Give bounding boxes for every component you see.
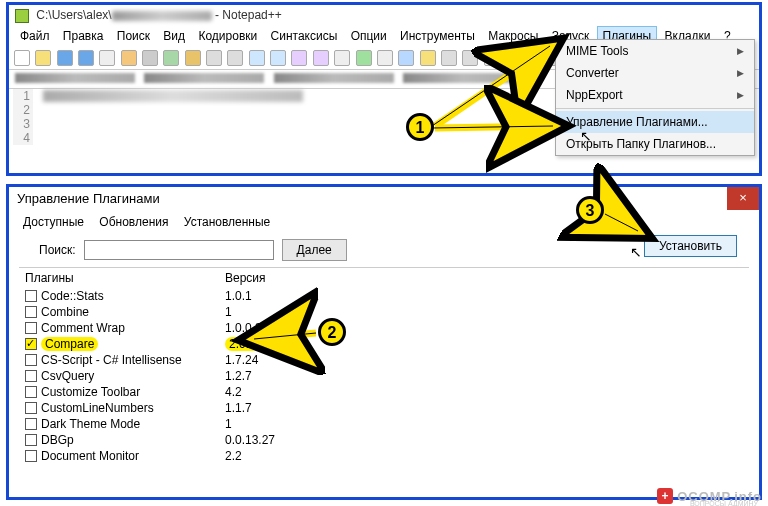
menu-edit[interactable]: Правка xyxy=(58,27,109,45)
tab-installed[interactable]: Установленные xyxy=(178,213,276,231)
watermark: + OCOMP.info xyxy=(657,488,762,504)
plugin-checkbox[interactable] xyxy=(25,338,37,350)
plugin-row[interactable]: Customize Toolbar4.2 xyxy=(19,384,749,400)
plugin-checkbox[interactable] xyxy=(25,322,37,334)
plugin-checkbox[interactable] xyxy=(25,434,37,446)
menu-options[interactable]: Опции xyxy=(346,27,392,45)
tb-play-icon[interactable] xyxy=(526,50,542,66)
line-num: 4 xyxy=(13,131,30,145)
plugin-name: Comment Wrap xyxy=(41,321,125,335)
grid-header: Плагины Версия xyxy=(19,268,749,288)
tb-print-icon[interactable] xyxy=(121,50,137,66)
plugin-row[interactable]: Combine1 xyxy=(19,304,749,320)
tb-replace-icon[interactable] xyxy=(270,50,286,66)
plugin-name: CustomLineNumbers xyxy=(41,401,154,415)
tb-close-icon[interactable] xyxy=(99,50,115,66)
pm-tabs: Доступные Обновления Установленные xyxy=(9,210,759,231)
search-input[interactable] xyxy=(84,240,274,260)
menu-syntax[interactable]: Синтаксисы xyxy=(266,27,343,45)
plugin-checkbox[interactable] xyxy=(25,450,37,462)
tb-record-icon[interactable] xyxy=(505,50,521,66)
plugin-name: Dark Theme Mode xyxy=(41,417,140,431)
plugin-version: 2.2 xyxy=(225,449,743,463)
line-num: 2 xyxy=(13,103,30,117)
tb-funclist-icon[interactable] xyxy=(441,50,457,66)
annotation-badge-2: 2 xyxy=(318,318,346,346)
tb-indent-icon[interactable] xyxy=(398,50,414,66)
plugin-checkbox[interactable] xyxy=(25,290,37,302)
plugin-manager-window: Управление Плагинами × Доступные Обновле… xyxy=(6,184,762,500)
plugin-name: Document Monitor xyxy=(41,449,139,463)
tb-redo-icon[interactable] xyxy=(227,50,243,66)
doc-tab[interactable] xyxy=(144,72,264,86)
title-obscured xyxy=(112,11,212,21)
plugin-checkbox[interactable] xyxy=(25,386,37,398)
tb-cut-icon[interactable] xyxy=(142,50,158,66)
tb-paste-icon[interactable] xyxy=(185,50,201,66)
tb-copy-icon[interactable] xyxy=(163,50,179,66)
tb-folder-icon[interactable] xyxy=(462,50,478,66)
tb-allchars-icon[interactable] xyxy=(377,50,393,66)
plugin-row[interactable]: Dark Theme Mode1 xyxy=(19,416,749,432)
tb-find-icon[interactable] xyxy=(249,50,265,66)
plugin-version: 1 xyxy=(225,305,743,319)
plugin-row[interactable]: Comment Wrap1.0.0.3 xyxy=(19,320,749,336)
dropdown-item-mime[interactable]: MIME Tools▶ xyxy=(556,40,754,62)
tb-docmap-icon[interactable] xyxy=(420,50,436,66)
tb-zoomin-icon[interactable] xyxy=(291,50,307,66)
plugin-checkbox[interactable] xyxy=(25,354,37,366)
tb-saveall-icon[interactable] xyxy=(78,50,94,66)
plugin-row[interactable]: CS-Script - C# Intellisense1.7.24 xyxy=(19,352,749,368)
doc-tab[interactable] xyxy=(15,72,135,86)
next-button[interactable]: Далее xyxy=(282,239,347,261)
menu-macros[interactable]: Макросы xyxy=(483,27,543,45)
tb-undo-icon[interactable] xyxy=(206,50,222,66)
plugin-version: 0.0.13.27 xyxy=(225,433,743,447)
close-button[interactable]: × xyxy=(727,187,759,210)
plugin-checkbox[interactable] xyxy=(25,418,37,430)
tb-open-icon[interactable] xyxy=(35,50,51,66)
plugin-checkbox[interactable] xyxy=(25,306,37,318)
annotation-badge-1: 1 xyxy=(406,113,434,141)
chevron-right-icon: ▶ xyxy=(737,90,744,100)
tb-sync-icon[interactable] xyxy=(334,50,350,66)
plugin-name: Compare xyxy=(41,337,98,351)
tab-updates[interactable]: Обновления xyxy=(93,213,174,231)
dropdown-item-nppexport[interactable]: NppExport▶ xyxy=(556,84,754,106)
tb-new-icon[interactable] xyxy=(14,50,30,66)
watermark-plus-icon: + xyxy=(657,488,673,504)
doc-tab[interactable] xyxy=(274,72,394,86)
menu-search[interactable]: Поиск xyxy=(112,27,155,45)
col-version[interactable]: Версия xyxy=(219,268,749,288)
dropdown-item-converter[interactable]: Converter▶ xyxy=(556,62,754,84)
plugin-version: 1.0.0.3 xyxy=(225,321,743,335)
plugin-checkbox[interactable] xyxy=(25,402,37,414)
menu-encoding[interactable]: Кодировки xyxy=(193,27,262,45)
plugin-row[interactable]: CustomLineNumbers1.1.7 xyxy=(19,400,749,416)
tab-available[interactable]: Доступные xyxy=(17,213,90,231)
plugin-version: 4.2 xyxy=(225,385,743,399)
plugin-row[interactable]: DBGp0.0.13.27 xyxy=(19,432,749,448)
doc-tab[interactable] xyxy=(403,72,523,86)
plugin-row[interactable]: Compare2.0.1 xyxy=(19,336,749,352)
dropdown-separator xyxy=(556,108,754,109)
line-gutter: 1 2 3 4 xyxy=(13,89,33,145)
plugin-row[interactable]: Code::Stats1.0.1 xyxy=(19,288,749,304)
plugin-row[interactable]: Document Monitor2.2 xyxy=(19,448,749,464)
tb-save-icon[interactable] xyxy=(57,50,73,66)
menu-tools[interactable]: Инструменты xyxy=(395,27,480,45)
col-plugins[interactable]: Плагины xyxy=(19,268,219,288)
tb-wrap-icon[interactable] xyxy=(356,50,372,66)
tb-monitor-icon[interactable] xyxy=(484,50,500,66)
plugin-checkbox[interactable] xyxy=(25,370,37,382)
menu-file[interactable]: Файл xyxy=(15,27,55,45)
cursor-icon: ↖ xyxy=(580,128,592,144)
titlebar: C:\Users\alex\ - Notepad++ xyxy=(9,5,759,25)
menu-view[interactable]: Вид xyxy=(158,27,190,45)
install-button[interactable]: Установить xyxy=(644,235,737,257)
plugin-name: CS-Script - C# Intellisense xyxy=(41,353,182,367)
tb-zoomout-icon[interactable] xyxy=(313,50,329,66)
app-icon xyxy=(15,9,29,23)
plugin-row[interactable]: CsvQuery1.2.7 xyxy=(19,368,749,384)
cursor-icon: ↖ xyxy=(630,244,642,260)
